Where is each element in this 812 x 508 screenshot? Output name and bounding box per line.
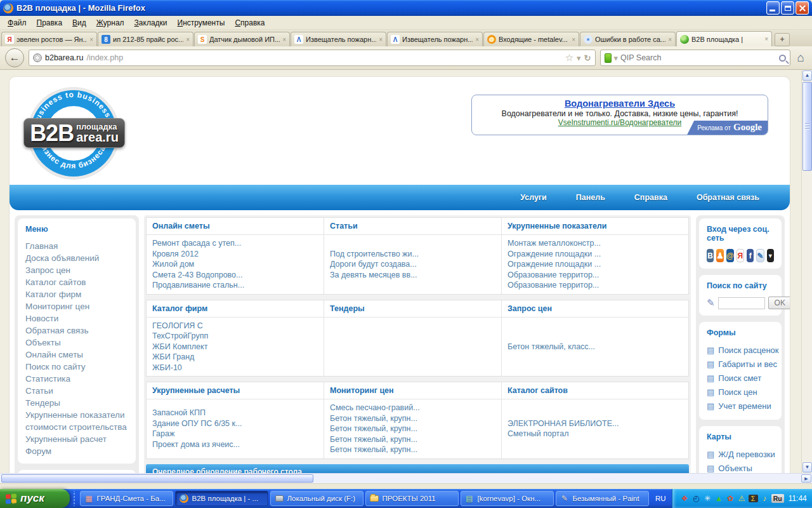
tab-2[interactable]: 8 ип 212-85 прайс рос... × <box>98 32 193 46</box>
url-bar[interactable]: b2barea.ru /index.php ☆ ▾ ↻ <box>29 50 596 66</box>
vertical-scroll-thumb[interactable] <box>802 82 812 171</box>
odnoklassniki-icon[interactable]: ♟ <box>716 249 724 262</box>
sidebar-item-objects[interactable]: Объекты <box>25 337 128 349</box>
facebook-icon[interactable]: f <box>747 249 754 262</box>
forms-link-estimates[interactable]: ▤Поиск смет <box>707 371 774 385</box>
tab-close-icon[interactable]: × <box>186 36 190 43</box>
list-item[interactable]: Под строительство жи... <box>330 249 495 260</box>
tab-close-icon[interactable]: × <box>668 36 672 43</box>
list-item[interactable]: Гараж <box>152 429 318 439</box>
magnifier-icon[interactable] <box>779 55 786 62</box>
antivirus-icon[interactable]: ✿ <box>726 494 735 503</box>
b2barea-logo[interactable]: business to business бизнес для бизнеса … <box>26 86 121 181</box>
nav-help[interactable]: Справка <box>634 193 667 202</box>
list-item[interactable]: Образование территор... <box>508 280 683 291</box>
tab-close-icon[interactable]: × <box>475 36 479 43</box>
home-button[interactable]: ⌂ <box>795 51 807 65</box>
menu-tools[interactable]: Инструменты <box>173 17 230 29</box>
list-item[interactable]: ГЕОЛОГИЯ С <box>152 321 318 331</box>
reload-icon[interactable]: ↻ <box>584 53 591 63</box>
sidebar-item-firm-catalog[interactable]: Каталог фирм <box>25 288 128 300</box>
list-item[interactable]: ЖБИ-10 <box>152 363 318 373</box>
sidebar-item-statistics[interactable]: Статистика <box>25 373 128 385</box>
tab-3[interactable]: S Датчик дымовой ИП... × <box>194 32 290 46</box>
menu-help[interactable]: Справка <box>230 17 270 29</box>
forms-link-rates[interactable]: ▤Поиск расценок <box>707 344 774 358</box>
tab-5[interactable]: Λ Извещатель пожарн... × <box>387 32 483 46</box>
nav-services[interactable]: Услуги <box>520 193 547 202</box>
list-item[interactable]: Кровля 2012 <box>152 249 318 260</box>
search-input[interactable] <box>620 53 776 62</box>
taskbar-button-local-disk[interactable]: Локальный диск (F:) <box>270 491 363 506</box>
list-item[interactable]: ЖБИ Комплект <box>152 342 318 352</box>
list-item[interactable]: Смесь песчано-гравий... <box>330 403 495 413</box>
window-titlebar[interactable]: B2B площадка | - Mozilla Firefox <box>0 0 812 16</box>
vk-icon[interactable]: В <box>707 249 714 262</box>
forms-link-dimensions[interactable]: ▤Габариты и вес <box>707 358 774 371</box>
sidebar-item-feedback[interactable]: Обратная связь <box>25 324 128 337</box>
list-item[interactable]: Смета 2-43 Водопрово... <box>152 270 318 281</box>
menu-view[interactable]: Вид <box>67 17 91 29</box>
nav-panel[interactable]: Панель <box>576 193 605 202</box>
list-item[interactable]: Бетон тяжелый, класс... <box>508 342 683 352</box>
yandex-icon[interactable]: Я <box>737 249 744 262</box>
list-item[interactable]: Проект дома из ячеис... <box>152 439 318 450</box>
menu-file[interactable]: Файл <box>3 17 32 29</box>
list-item[interactable]: Монтаж металлоконстр... <box>508 238 683 249</box>
bookmark-star-icon[interactable]: ☆ <box>565 52 573 64</box>
nav-feedback[interactable]: Обратная связь <box>697 193 759 202</box>
site-search-ok-button[interactable]: OK <box>768 297 790 309</box>
language-indicator[interactable]: RU <box>650 495 672 502</box>
tab-6[interactable]: @ Входящие - metalev... × <box>483 32 579 46</box>
livejournal-icon[interactable]: ✎ <box>756 249 764 262</box>
list-item[interactable]: Здание ОПУ ПС 6/35 к... <box>152 418 318 429</box>
tab-8-active[interactable]: B2B площадка | × <box>676 31 772 46</box>
sidebar-item-price-request[interactable]: Запрос цен <box>25 264 128 276</box>
list-item[interactable]: Сметный портал <box>508 429 683 439</box>
taskbar-button-kornevavp[interactable]: ▤ [kornevavp] - Окн... <box>461 491 554 506</box>
taskbar-button-firefox-active[interactable]: B2B площадка | - ... <box>175 491 268 506</box>
horizontal-scroll-thumb[interactable] <box>1 474 313 483</box>
qip-engine-icon[interactable] <box>605 53 612 63</box>
list-item[interactable]: ЭЛЕКТРОННАЯ БИБЛИОТЕ... <box>508 418 683 429</box>
sidebar-item-price-monitoring[interactable]: Мониторинг цен <box>25 300 128 312</box>
punto-language-icon[interactable]: Ru <box>771 494 784 503</box>
tab-1[interactable]: Я эвелен ростов — Ян... × <box>1 32 97 46</box>
list-item[interactable]: Продавливание стальн... <box>152 280 318 291</box>
update-icon[interactable]: ✳ <box>703 494 712 503</box>
horizontal-scrollbar[interactable]: ▶ <box>0 473 812 483</box>
site-identity-icon[interactable] <box>33 53 42 62</box>
tab-close-icon[interactable]: × <box>282 36 286 43</box>
tab-close-icon[interactable]: × <box>764 36 768 43</box>
sidebar-item-aggregated-calculation[interactable]: Укрупненный расчет <box>25 433 128 445</box>
forms-link-prices[interactable]: ▤Поиск цен <box>707 385 774 399</box>
list-item[interactable]: Ремонт фасада с утеп... <box>152 238 318 249</box>
list-item[interactable]: Жилой дом <box>152 259 318 270</box>
list-item[interactable]: Бетон тяжелый, крупн... <box>330 434 495 445</box>
search-bar[interactable]: ▾ <box>600 50 790 66</box>
maps-link-rail[interactable]: ▤Ж/Д перевозки <box>707 448 774 462</box>
sidebar-item-forum[interactable]: Форум <box>25 445 128 457</box>
forms-link-time[interactable]: ▤Учет времени <box>707 399 774 413</box>
list-item[interactable]: Ограждение площадки ... <box>508 249 683 260</box>
maps-link-objects[interactable]: ▤Объекты <box>707 462 774 473</box>
list-item[interactable]: Ограждение площадки ... <box>508 259 683 270</box>
restore-button[interactable] <box>781 1 794 15</box>
menu-edit[interactable]: Правка <box>32 17 68 29</box>
url-dropdown-icon[interactable]: ▾ <box>577 53 581 63</box>
list-item[interactable]: Бетон тяжелый, крупн... <box>330 413 495 424</box>
sidebar-item-board[interactable]: Доска объявлений <box>25 252 128 264</box>
ad-title-link[interactable]: Водонагреватели Здесь <box>472 98 768 109</box>
warning-icon[interactable]: ⚠ <box>737 494 747 503</box>
start-button[interactable]: пуск <box>0 489 70 508</box>
list-item[interactable]: Образование территор... <box>508 270 683 281</box>
menu-bookmarks[interactable]: Закладки <box>129 17 173 29</box>
sidebar-item-site-catalog[interactable]: Каталог сайтов <box>25 276 128 288</box>
mailru-icon[interactable]: @ <box>726 249 734 262</box>
list-item[interactable]: Бетон тяжелый, крупн... <box>330 444 495 455</box>
taskbar-button-paint[interactable]: ✎ Безымянный - Paint <box>556 491 649 506</box>
tab-close-icon[interactable]: × <box>379 36 383 43</box>
sidebar-item-articles[interactable]: Статьи <box>25 385 128 397</box>
back-button[interactable]: ← <box>5 48 24 67</box>
tab-7[interactable]: ● Ошибки в работе са... × <box>580 32 676 46</box>
